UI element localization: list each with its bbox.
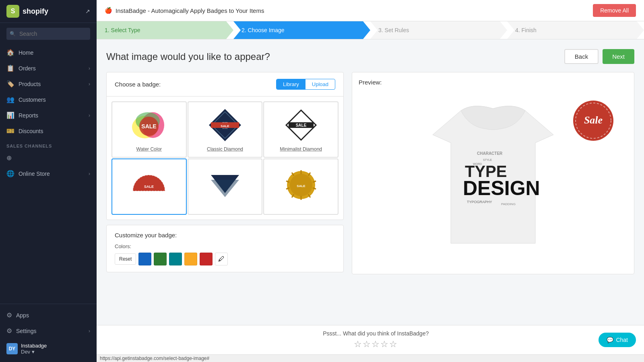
products-icon: 🏷️ xyxy=(6,80,14,88)
avatar: DY xyxy=(6,343,18,354)
reports-icon: 📊 xyxy=(6,111,14,119)
user-name: Instabadge xyxy=(21,343,47,349)
add-icon: ⊕ xyxy=(6,154,12,162)
color-picker-button[interactable]: 🖊 xyxy=(215,253,228,265)
sidebar-item-apps[interactable]: ⚙ Apps xyxy=(0,307,97,323)
chevron-right-icon: › xyxy=(89,328,90,334)
app-icon: 🍎 xyxy=(105,7,112,14)
tshirt-svg: CHARACTER STYLE WORD TYPE DESIGN TYPOGRA… xyxy=(421,99,566,259)
sidebar-item-label: Products xyxy=(19,81,41,87)
step-label: 2. Choose Image xyxy=(242,27,285,33)
step-select-type[interactable]: 1. Select Type xyxy=(97,21,233,39)
step-finish[interactable]: 4. Finish xyxy=(507,21,644,39)
sidebar-logo: S shopify xyxy=(6,5,48,18)
badge-chooser-card: Choose a badge: Library Upload xyxy=(106,72,344,220)
badge-name-minimalist-diamond: Minimalist Diamond xyxy=(280,146,322,152)
sidebar-item-discounts[interactable]: 🎫 Discounts xyxy=(0,123,97,139)
tab-group: Library Upload xyxy=(276,79,335,90)
chevron-right-icon: › xyxy=(89,113,90,118)
badge-item-classic-diamond[interactable]: * * * SALE * * * Classic Diamond xyxy=(188,101,263,158)
chat-label: Chat xyxy=(616,337,628,343)
svg-text:SALE: SALE xyxy=(142,123,157,130)
sidebar-item-label: Discounts xyxy=(19,128,43,134)
svg-text:SALE: SALE xyxy=(297,184,305,188)
badge-item-6[interactable]: SALE xyxy=(263,158,339,215)
badge-item-watercolor[interactable]: SALE Water Color xyxy=(111,101,187,158)
svg-text:* * *: * * * xyxy=(223,128,227,130)
sidebar-user[interactable]: DY Instabadge Dev ▾ xyxy=(0,339,97,359)
step-label: 3. Set Rules xyxy=(378,27,409,33)
sidebar-item-sales-channels[interactable]: ⊕ xyxy=(0,150,97,166)
chat-icon: 💬 xyxy=(607,337,613,343)
badge-item-5[interactable] xyxy=(188,158,263,215)
discounts-icon: 🎫 xyxy=(6,127,14,135)
sidebar-item-reports[interactable]: 📊 Reports › xyxy=(0,107,97,123)
apps-icon: ⚙ xyxy=(6,311,12,319)
external-link-icon[interactable]: ↗ xyxy=(85,8,90,14)
sidebar-item-label: Online Store xyxy=(19,171,50,177)
sidebar-footer: ⚙ Apps ⚙ Settings › DY Instabadge Dev ▾ xyxy=(0,304,97,362)
badge-name-classic-diamond: Classic Diamond xyxy=(207,146,243,152)
sidebar-item-label: Orders xyxy=(19,65,36,72)
settings-icon: ⚙ xyxy=(6,327,12,335)
svg-text:SALE: SALE xyxy=(144,185,154,189)
svg-text:* * *: * * * xyxy=(223,121,227,124)
sidebar-item-label: Apps xyxy=(16,312,29,319)
color-swatch-red[interactable] xyxy=(200,253,213,265)
url-text: https://api.getinstabadge.com/select-bad… xyxy=(100,356,209,361)
sidebar-item-label: Customers xyxy=(19,97,46,103)
page-heading: What image would you like to appear? xyxy=(106,51,270,62)
sidebar-item-customers[interactable]: 👥 Customers xyxy=(0,92,97,107)
svg-marker-16 xyxy=(211,180,239,197)
color-swatch-blue[interactable] xyxy=(138,253,151,265)
svg-text:Sale: Sale xyxy=(584,114,603,126)
nav-buttons: Back Next xyxy=(564,49,634,64)
sidebar-header: S shopify ↗ xyxy=(0,0,97,23)
next-button[interactable]: Next xyxy=(603,49,634,64)
step-label: 4. Finish xyxy=(515,27,537,33)
svg-text:TYPOGRAPHY: TYPOGRAPHY xyxy=(467,200,492,204)
orders-icon: 📋 xyxy=(6,64,14,72)
chevron-right-icon: › xyxy=(89,66,90,71)
sidebar-item-settings[interactable]: ⚙ Settings › xyxy=(0,323,97,339)
app-title-text: InstaBadge - Automagically Apply Badges … xyxy=(116,7,264,14)
badge-image-watercolor: SALE xyxy=(131,107,167,143)
colors-label: Colors: xyxy=(115,243,335,249)
sidebar-item-orders[interactable]: 📋 Orders › xyxy=(0,60,97,76)
chevron-right-icon: › xyxy=(89,81,90,87)
color-swatch-yellow[interactable] xyxy=(184,253,197,265)
step-set-rules[interactable]: 3. Set Rules xyxy=(370,21,507,39)
sidebar-item-label: Home xyxy=(19,49,33,56)
badge-item-minimalist-diamond[interactable]: SALE Minimalist Diamond xyxy=(263,101,339,158)
main-layout: Choose a badge: Library Upload xyxy=(106,72,634,274)
color-reset-button[interactable]: Reset xyxy=(115,253,136,265)
status-bar: https://api.getinstabadge.com/select-bad… xyxy=(97,354,644,362)
preview-label: Preview: xyxy=(359,79,627,86)
store-icon: 🌐 xyxy=(6,170,14,177)
svg-text:CHARACTER: CHARACTER xyxy=(477,151,503,156)
sidebar-nav: 🏠 Home 📋 Orders › 🏷️ Products › 👥 Custom… xyxy=(0,45,97,304)
sidebar-item-products[interactable]: 🏷️ Products › xyxy=(0,76,97,92)
step-choose-image[interactable]: 2. Choose Image xyxy=(233,21,370,39)
badge-image-minimalist-diamond: SALE xyxy=(283,107,319,143)
badge-image-classic-diamond: * * * SALE * * * xyxy=(207,107,243,143)
upload-tab[interactable]: Upload xyxy=(305,79,335,89)
chat-button[interactable]: 💬 Chat xyxy=(599,333,636,347)
topbar: 🍎 InstaBadge - Automagically Apply Badge… xyxy=(97,0,644,21)
sidebar-search-area xyxy=(0,23,97,45)
sidebar-item-home[interactable]: 🏠 Home xyxy=(0,45,97,60)
search-input[interactable] xyxy=(6,28,90,40)
badge-item-4[interactable]: SALE xyxy=(111,158,187,215)
sidebar-item-online-store[interactable]: 🌐 Online Store › xyxy=(0,166,97,181)
shopify-icon: S xyxy=(6,5,19,18)
color-swatches: Reset 🖊 xyxy=(115,253,335,265)
color-swatch-teal[interactable] xyxy=(169,253,182,265)
star-rating[interactable]: ☆☆☆☆☆ xyxy=(153,339,599,350)
color-swatch-green[interactable] xyxy=(154,253,167,265)
badge-name-watercolor: Water Color xyxy=(136,146,162,152)
remove-all-button[interactable]: Remove All xyxy=(593,4,636,17)
library-tab[interactable]: Library xyxy=(277,79,305,89)
back-button[interactable]: Back xyxy=(564,49,599,64)
content-area: What image would you like to appear? Bac… xyxy=(97,39,644,325)
badge-overlay: Sale xyxy=(571,99,611,139)
